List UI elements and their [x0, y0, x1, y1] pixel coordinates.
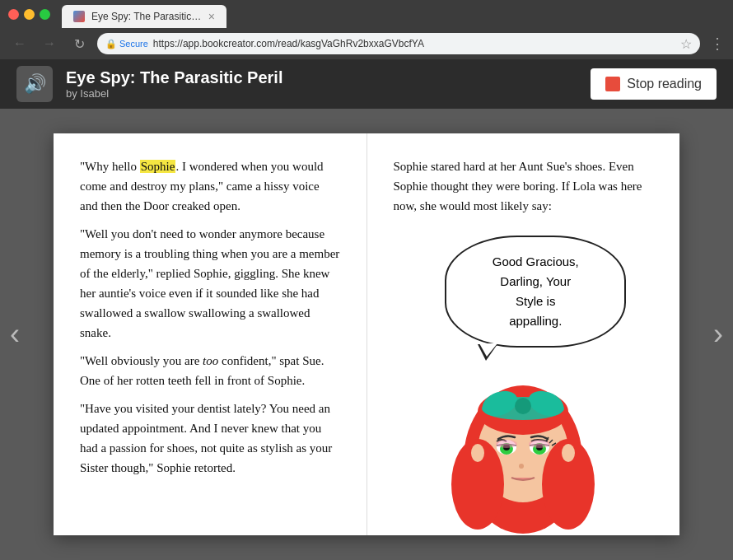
tab-area: Eye Spy: The Parasitic Peril by ... × — [62, 0, 226, 28]
speech-bubble-container: Good Gracious, Darling, Your Style is ap… — [445, 236, 626, 348]
svg-point-18 — [471, 444, 484, 462]
app-header: 🔊 Eye Spy: The Parasitic Peril by Isabel… — [0, 59, 733, 109]
svg-point-8 — [515, 398, 531, 414]
browser-tab[interactable]: Eye Spy: The Parasitic Peril by ... × — [62, 5, 226, 28]
italic-too: too — [203, 354, 218, 367]
refresh-icon: ↻ — [74, 36, 85, 52]
tab-close-button[interactable]: × — [208, 11, 215, 22]
refresh-button[interactable]: ↻ — [68, 32, 91, 55]
bubble-tail-inner — [479, 343, 497, 357]
speech-bubble-line4: appalling. — [465, 311, 606, 331]
left-page-paragraph4: "Have you visited your dentist lately? Y… — [80, 399, 340, 478]
title-bar: Eye Spy: The Parasitic Peril by ... × — [0, 0, 733, 28]
bookmark-button[interactable]: ☆ — [680, 36, 692, 52]
illustration-area: Good Gracious, Darling, Your Style is ap… — [394, 236, 654, 535]
back-button[interactable]: ← — [8, 32, 31, 55]
left-page-paragraph2: "Well you don't need to wonder anymore b… — [80, 224, 340, 343]
lock-icon: 🔒 — [105, 39, 117, 49]
speech-bubble-line1: Good Gracious, — [465, 252, 606, 272]
secure-label: Secure — [119, 39, 148, 49]
left-page-paragraph3: "Well obviously you are too confident," … — [80, 351, 340, 390]
forward-icon: → — [43, 36, 56, 51]
prev-page-button[interactable]: ‹ — [10, 317, 20, 352]
speaker-icon: 🔊 — [24, 73, 46, 95]
book-author: by Isabel — [66, 87, 577, 100]
stop-reading-button[interactable]: Stop reading — [591, 68, 717, 100]
back-icon: ← — [13, 36, 26, 51]
stop-reading-label: Stop reading — [627, 77, 702, 91]
speech-bubble: Good Gracious, Darling, Your Style is ap… — [445, 236, 626, 348]
speaker-button[interactable]: 🔊 — [16, 66, 53, 102]
speech-bubble-line3: Style is — [465, 292, 606, 311]
address-bar: ← → ↻ 🔒 Secure https://app.bookcreator.c… — [0, 28, 733, 59]
speech-bubble-line2: Darling, Your — [465, 272, 606, 292]
traffic-light-close[interactable] — [8, 9, 19, 20]
url-bar[interactable]: 🔒 Secure https://app.bookcreator.com/rea… — [97, 33, 700, 54]
book-title: Eye Spy: The Parasitic Peril — [66, 68, 577, 87]
highlighted-name: Sophie — [140, 160, 176, 173]
next-page-button[interactable]: › — [713, 317, 723, 352]
right-page: Sophie stared hard at her Aunt Sue's sho… — [367, 133, 680, 535]
svg-point-19 — [562, 444, 575, 462]
svg-point-17 — [519, 464, 524, 469]
browser-menu-button[interactable]: ⋮ — [710, 35, 725, 53]
book-title-area: Eye Spy: The Parasitic Peril by Isabel — [66, 68, 577, 100]
forward-button[interactable]: → — [38, 32, 61, 55]
tab-title: Eye Spy: The Parasitic Peril by ... — [91, 11, 202, 22]
tab-favicon — [73, 11, 85, 22]
character-illustration — [432, 352, 614, 535]
traffic-light-fullscreen[interactable] — [40, 9, 50, 20]
traffic-light-minimize[interactable] — [24, 9, 35, 20]
svg-point-15 — [496, 440, 517, 448]
url-text: https://app.bookcreator.com/read/kasgVaG… — [153, 38, 675, 49]
stop-icon — [605, 77, 620, 91]
left-page: "Why hello Sophie. I wondered when you w… — [54, 133, 367, 535]
left-page-paragraph1: "Why hello Sophie. I wondered when you w… — [80, 156, 340, 216]
book-spread: "Why hello Sophie. I wondered when you w… — [54, 133, 679, 535]
book-area: ‹ "Why hello Sophie. I wondered when you… — [0, 109, 733, 560]
right-page-text: Sophie stared hard at her Aunt Sue's sho… — [394, 156, 654, 216]
secure-badge: 🔒 Secure — [105, 39, 148, 49]
